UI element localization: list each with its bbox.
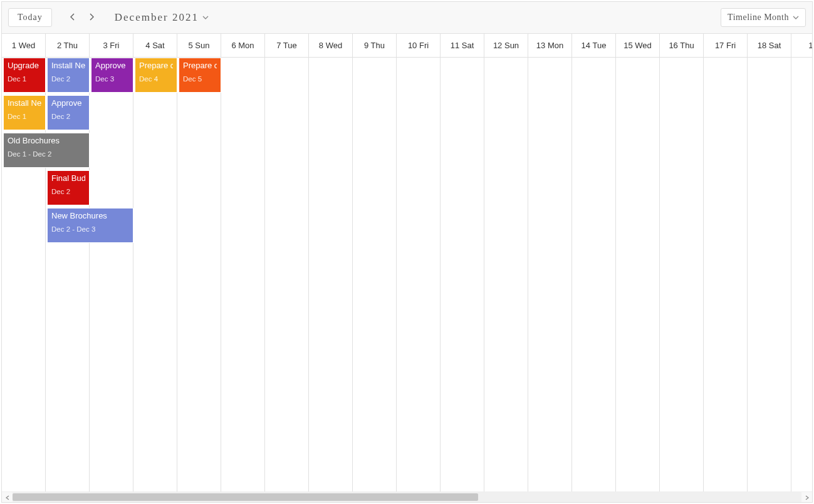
- column-header[interactable]: 18 Sat: [748, 34, 791, 57]
- scrollbar-thumb[interactable]: [13, 493, 478, 501]
- event-title: Approve: [51, 98, 85, 108]
- column-header[interactable]: 3 Fri: [90, 34, 133, 57]
- date-header-label: December 2021: [115, 11, 199, 24]
- event-title: Final Bud: [51, 173, 85, 183]
- event-date: Dec 2: [51, 113, 85, 120]
- event-date: Dec 2: [51, 75, 85, 83]
- event-date: Dec 1: [8, 113, 41, 120]
- column-header[interactable]: 5 Sun: [177, 34, 221, 57]
- column-header[interactable]: 4 Sat: [133, 34, 177, 57]
- chevron-left-icon: [6, 493, 9, 502]
- event[interactable]: Old BrochuresDec 1 - Dec 2: [3, 133, 90, 168]
- event-title: Approve: [95, 61, 129, 70]
- toolbar: Today December 2021 Timeline Month: [2, 2, 812, 34]
- event-date: Dec 2 - Dec 3: [51, 225, 129, 233]
- event-title: Install Ne: [8, 98, 41, 108]
- column-header[interactable]: 9 Thu: [353, 34, 397, 57]
- scroll-right-button[interactable]: [801, 492, 812, 503]
- timeline-area: 1 Wed2 Thu3 Fri4 Sat5 Sun6 Mon7 Tue8 Wed…: [2, 34, 812, 502]
- event-title: Install Ne: [51, 61, 85, 70]
- nav-buttons: [63, 8, 101, 27]
- event-title: Prepare c: [139, 61, 173, 70]
- column-header[interactable]: 14 Tue: [572, 34, 616, 57]
- event[interactable]: Install NeDec 2: [47, 58, 90, 93]
- chevron-down-icon: [202, 16, 209, 19]
- view-switcher[interactable]: Timeline Month: [721, 8, 806, 27]
- event-date: Dec 1: [8, 75, 41, 83]
- column-header[interactable]: 16 Thu: [660, 34, 704, 57]
- event-date: Dec 5: [183, 75, 217, 83]
- timeline-content[interactable]: UpgradeDec 1Install NeDec 2ApproveDec 3P…: [2, 58, 812, 491]
- event[interactable]: UpgradeDec 1: [3, 58, 46, 93]
- prev-button[interactable]: [63, 8, 82, 27]
- event[interactable]: Prepare cDec 4: [135, 58, 177, 93]
- event[interactable]: Prepare cDec 5: [179, 58, 221, 93]
- column-header[interactable]: 11 Sat: [441, 34, 484, 57]
- column-header[interactable]: 15 Wed: [616, 34, 660, 57]
- column-header[interactable]: 2 Thu: [46, 34, 90, 57]
- chevron-down-icon: [793, 16, 799, 19]
- events-layer: UpgradeDec 1Install NeDec 2ApproveDec 3P…: [2, 58, 812, 491]
- column-header[interactable]: 8 Wed: [309, 34, 353, 57]
- column-header[interactable]: 7 Tue: [265, 34, 309, 57]
- column-header[interactable]: 6 Mon: [221, 34, 265, 57]
- scroll-left-button[interactable]: [2, 492, 13, 503]
- column-header[interactable]: 10 Fri: [397, 34, 441, 57]
- today-button[interactable]: Today: [8, 8, 52, 27]
- horizontal-scrollbar[interactable]: [2, 491, 812, 502]
- event[interactable]: Install NeDec 1: [3, 95, 46, 130]
- event-date: Dec 2: [51, 188, 85, 195]
- chevron-right-icon: [89, 13, 94, 23]
- event-date: Dec 3: [95, 75, 129, 83]
- scheduler: Today December 2021 Timeline Month: [1, 1, 813, 503]
- event-title: Old Brochures: [8, 136, 85, 145]
- chevron-left-icon: [70, 13, 75, 23]
- event[interactable]: Final BudDec 2: [47, 170, 90, 205]
- view-switcher-label: Timeline Month: [728, 13, 789, 23]
- chevron-right-icon: [805, 493, 809, 502]
- column-header[interactable]: 1 Wed: [2, 34, 46, 57]
- event-title: Upgrade: [8, 61, 41, 70]
- column-header[interactable]: 12 Sun: [484, 34, 528, 57]
- event-title: Prepare c: [183, 61, 217, 70]
- event-date: Dec 1 - Dec 2: [8, 150, 85, 158]
- event-date: Dec 4: [139, 75, 173, 83]
- event[interactable]: ApproveDec 3: [91, 58, 133, 93]
- event[interactable]: ApproveDec 2: [47, 95, 90, 130]
- column-header[interactable]: 13 Mon: [528, 34, 572, 57]
- column-header[interactable]: 17 Fri: [704, 34, 748, 57]
- event-title: New Brochures: [51, 211, 129, 220]
- scrollbar-track[interactable]: [13, 492, 801, 502]
- column-header-row: 1 Wed2 Thu3 Fri4 Sat5 Sun6 Mon7 Tue8 Wed…: [2, 34, 812, 58]
- event[interactable]: New BrochuresDec 2 - Dec 3: [47, 208, 133, 243]
- date-header[interactable]: December 2021: [115, 11, 209, 24]
- column-header[interactable]: 19: [791, 34, 812, 57]
- next-button[interactable]: [82, 8, 101, 27]
